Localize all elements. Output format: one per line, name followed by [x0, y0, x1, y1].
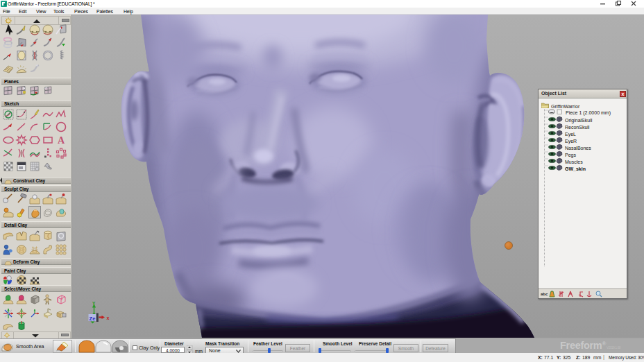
svg-text:x: x [107, 316, 110, 320]
svg-text:Ze: Ze [90, 316, 96, 322]
svg-text:abc: abc [541, 292, 548, 296]
svg-text:A: A [58, 135, 65, 146]
